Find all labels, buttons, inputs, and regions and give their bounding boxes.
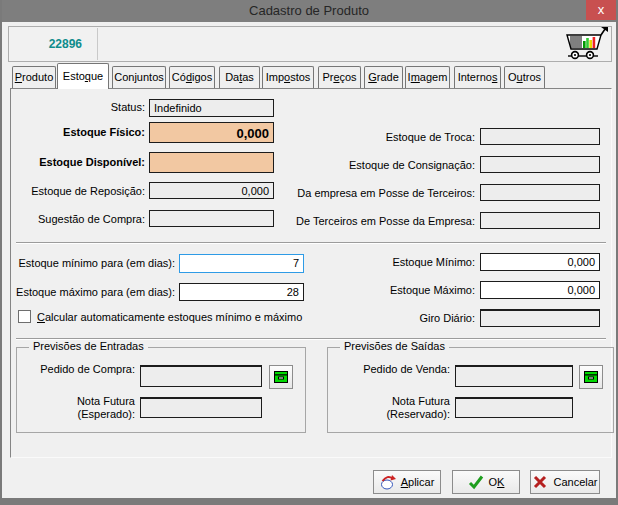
window-title: Cadastro de Produto — [0, 3, 618, 18]
apply-button[interactable]: Aplicar — [373, 470, 441, 494]
header-divider — [97, 28, 98, 60]
pedido-compra-label: Pedido de Compra: — [32, 363, 135, 376]
estoque-minimo-field[interactable]: 0,000 — [480, 253, 600, 271]
estoque-maximo-dias-field[interactable]: 28 — [179, 283, 304, 301]
estoque-maximo-label: Estoque Máximo: — [322, 284, 475, 297]
check-icon — [468, 474, 484, 490]
auto-calc-label: Calcular automaticamente estoques mínimo… — [37, 311, 302, 323]
previsoes-entradas-title: Previsões de Entradas — [29, 340, 148, 352]
empresa-posse-terceiros-label: Da empresa em Posse de Terceiros: — [282, 187, 475, 200]
auto-calc-checkbox[interactable] — [18, 310, 31, 323]
cancel-button[interactable]: Cancelar — [530, 470, 600, 494]
tab-impostos[interactable]: Impostos — [262, 66, 314, 88]
shopping-cart-icon — [562, 27, 608, 61]
estoque-fisico-label: Estoque Físico: — [12, 126, 145, 139]
tab-estoque[interactable]: Estoque — [57, 63, 109, 89]
pedido-compra-field[interactable] — [140, 365, 262, 387]
ok-button-label: OK — [489, 476, 505, 488]
cancel-button-label: Cancelar — [553, 476, 597, 488]
giro-diario-field[interactable] — [480, 309, 600, 327]
estoque-consignacao-label: Estoque de Consignação: — [282, 159, 475, 172]
close-icon[interactable]: x — [586, 0, 616, 20]
estoque-minimo-dias-field[interactable]: 7 — [179, 254, 304, 273]
estoque-troca-field[interactable] — [480, 128, 600, 145]
status-label: Status: — [12, 101, 145, 114]
terceiros-posse-empresa-label: De Terceiros em Posse da Empresa: — [282, 215, 475, 228]
nota-futura-esperado-field[interactable] — [140, 397, 262, 418]
estoque-reposicao-label: Estoque de Reposição: — [12, 185, 145, 198]
apply-icon — [380, 474, 396, 490]
estoque-troca-label: Estoque de Troca: — [282, 131, 475, 144]
tab-grade[interactable]: Grade — [364, 66, 403, 88]
estoque-maximo-field[interactable]: 0,000 — [480, 281, 600, 299]
product-code: 22896 — [20, 37, 82, 51]
tab-produto[interactable]: Produto — [12, 66, 56, 88]
pedido-venda-field[interactable] — [455, 365, 573, 387]
estoque-disponivel-field[interactable] — [149, 152, 274, 173]
estoque-reposicao-field[interactable]: 0,000 — [149, 182, 274, 199]
sugestao-compra-label: Sugestão de Compra: — [12, 213, 145, 226]
previsoes-saidas-title: Previsões de Saídas — [340, 340, 449, 352]
estoque-disponivel-label: Estoque Disponível: — [12, 156, 145, 169]
ok-button[interactable]: OK — [452, 470, 520, 494]
apply-button-label: Aplicar — [401, 476, 435, 488]
estoque-minimo-label: Estoque Mínimo: — [322, 256, 475, 269]
product-registration-window: Cadastro de Produto x 22896 ProdutoEstoq… — [0, 0, 618, 505]
divider-top — [16, 242, 606, 244]
sugestao-compra-field[interactable] — [149, 210, 274, 227]
tab-outros[interactable]: Outros — [504, 66, 545, 88]
pedido-venda-lookup-button[interactable] — [579, 365, 603, 389]
nota-futura-reservado-label: Nota Futura (Reservado): — [347, 395, 450, 421]
giro-diario-label: Giro Diário: — [322, 312, 475, 325]
tab-conjuntos[interactable]: Conjuntos — [112, 66, 166, 88]
estoque-maximo-dias-label: Estoque máximo para (em dias): — [12, 286, 175, 299]
titlebar: Cadastro de Produto x — [0, 0, 618, 22]
drawer-icon — [273, 369, 289, 385]
tab-datas[interactable]: Datas — [219, 66, 260, 88]
status-field[interactable]: Indefinido — [149, 99, 274, 117]
drawer-icon — [583, 369, 599, 385]
cross-icon — [532, 474, 548, 490]
estoque-minimo-dias-label: Estoque mínimo para (em dias): — [12, 257, 175, 270]
nota-futura-esperado-label: Nota Futura (Esperado): — [32, 395, 135, 421]
estoque-fisico-field[interactable]: 0,000 — [149, 122, 274, 143]
tab-preços[interactable]: Preços — [318, 66, 361, 88]
pedido-compra-lookup-button[interactable] — [269, 365, 293, 389]
pedido-venda-label: Pedido de Venda: — [347, 363, 450, 376]
nota-futura-reservado-field[interactable] — [455, 397, 573, 418]
tab-internos[interactable]: Internos — [454, 66, 501, 88]
header-panel — [8, 26, 612, 62]
empresa-posse-terceiros-field[interactable] — [480, 184, 600, 201]
tab-códigos[interactable]: Códigos — [169, 66, 215, 88]
terceiros-posse-empresa-field[interactable] — [480, 212, 600, 229]
tab-imagem[interactable]: Imagem — [405, 66, 450, 88]
estoque-consignacao-field[interactable] — [480, 156, 600, 173]
